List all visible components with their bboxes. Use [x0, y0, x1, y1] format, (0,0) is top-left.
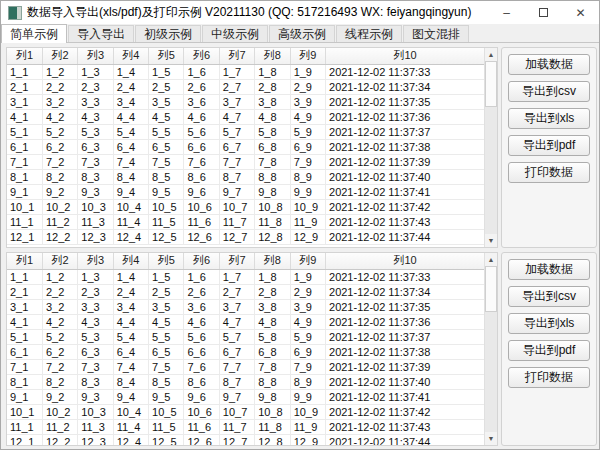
column-header[interactable]: 列7: [219, 48, 254, 64]
table-cell: 4_1: [7, 314, 42, 329]
table-cell: 9_7: [219, 184, 254, 199]
table-cell: 8_6: [184, 374, 219, 389]
scroll-up-icon[interactable]: ▲: [485, 253, 497, 266]
table-row[interactable]: 11_111_211_311_411_511_611_711_811_92021…: [7, 214, 484, 229]
column-header[interactable]: 列8: [255, 48, 290, 64]
export-csv-button[interactable]: 导出到csv: [508, 286, 590, 307]
table-cell: 6_6: [184, 344, 219, 359]
column-header[interactable]: 列8: [255, 253, 290, 269]
column-header[interactable]: 列1: [7, 253, 42, 269]
table-cell: 10_3: [78, 404, 113, 419]
table-cell: 5_8: [255, 124, 290, 139]
table-cell: 9_3: [78, 389, 113, 404]
table-row[interactable]: 10_110_210_310_410_510_610_710_810_92021…: [7, 404, 484, 419]
tab-thread-example[interactable]: 线程示例: [336, 25, 402, 42]
table-cell: 5_2: [42, 124, 77, 139]
table-cell: 6_9: [290, 344, 325, 359]
column-header[interactable]: 列2: [42, 253, 77, 269]
table-cell: 10_6: [184, 199, 219, 214]
table-row[interactable]: 5_15_25_35_45_55_65_75_85_92021-12-02 11…: [7, 124, 484, 139]
scrollbar-track[interactable]: ▲ ▼: [484, 48, 497, 247]
table-cell: 6_6: [184, 139, 219, 154]
table-row[interactable]: 3_13_23_33_43_53_63_73_83_92021-12-02 11…: [7, 299, 484, 314]
tab-simple-example[interactable]: 简单示例: [1, 24, 67, 43]
table-row[interactable]: 7_17_27_37_47_57_67_77_87_92021-12-02 11…: [7, 154, 484, 169]
column-header[interactable]: 列7: [219, 253, 254, 269]
tab-import-export[interactable]: 导入导出: [68, 25, 134, 42]
table-row[interactable]: 3_13_23_33_43_53_63_73_83_92021-12-02 11…: [7, 94, 484, 109]
table-cell: 10_8: [255, 404, 290, 419]
column-header[interactable]: 列3: [78, 253, 113, 269]
load-data-button[interactable]: 加载数据: [508, 54, 590, 75]
load-data-button[interactable]: 加载数据: [508, 259, 590, 280]
table-row[interactable]: 2_12_22_32_42_52_62_72_82_92021-12-02 11…: [7, 284, 484, 299]
table-row[interactable]: 11_111_211_311_411_511_611_711_811_92021…: [7, 419, 484, 434]
table-cell: 5_7: [219, 124, 254, 139]
data-table-bottom[interactable]: 列1列2列3列4列5列6列7列8列9列101_11_21_31_41_51_61…: [6, 252, 498, 446]
tab-basic-example[interactable]: 初级示例: [135, 25, 201, 42]
column-header[interactable]: 列1: [7, 48, 42, 64]
maximize-button[interactable]: [525, 1, 562, 24]
scroll-down-icon[interactable]: ▼: [485, 432, 497, 445]
table-row[interactable]: 8_18_28_38_48_58_68_78_88_92021-12-02 11…: [7, 374, 484, 389]
column-header[interactable]: 列6: [184, 253, 219, 269]
scroll-down-icon[interactable]: ▼: [485, 234, 497, 247]
table-cell: 11_6: [184, 419, 219, 434]
table-cell: 3_2: [42, 299, 77, 314]
table-row[interactable]: 12_112_212_312_412_512_612_712_812_92021…: [7, 434, 484, 446]
column-header[interactable]: 列4: [113, 48, 148, 64]
export-csv-button[interactable]: 导出到csv: [508, 81, 590, 102]
table-cell: 7_5: [149, 359, 184, 374]
scroll-thumb[interactable]: [485, 266, 497, 312]
table-row[interactable]: 8_18_28_38_48_58_68_78_88_92021-12-02 11…: [7, 169, 484, 184]
export-xls-button[interactable]: 导出到xls: [508, 313, 590, 334]
column-header[interactable]: 列10: [326, 48, 484, 64]
scroll-thumb[interactable]: [485, 61, 497, 107]
column-header[interactable]: 列5: [149, 253, 184, 269]
table-cell: 11_7: [219, 214, 254, 229]
table-cell: 2021-12-02 11:37:35: [326, 94, 484, 109]
table-cell: 7_1: [7, 154, 42, 169]
column-header[interactable]: 列4: [113, 253, 148, 269]
print-data-button[interactable]: 打印数据: [508, 367, 590, 388]
table-cell: 2021-12-02 11:37:40: [326, 169, 484, 184]
table-cell: 10_4: [113, 404, 148, 419]
column-header[interactable]: 列6: [184, 48, 219, 64]
scroll-up-icon[interactable]: ▲: [485, 48, 497, 61]
table-row[interactable]: 12_112_212_312_412_512_612_712_812_92021…: [7, 229, 484, 244]
table-row[interactable]: 6_16_26_36_46_56_66_76_86_92021-12-02 11…: [7, 139, 484, 154]
export-xls-button[interactable]: 导出到xls: [508, 108, 590, 129]
table-row[interactable]: 2_12_22_32_42_52_62_72_82_92021-12-02 11…: [7, 79, 484, 94]
table-row[interactable]: 4_14_24_34_44_54_64_74_84_92021-12-02 11…: [7, 314, 484, 329]
column-header[interactable]: 列3: [78, 48, 113, 64]
tab-mixed-text-image[interactable]: 图文混排: [403, 25, 469, 42]
table-cell: 12_6: [184, 434, 219, 446]
tab-advanced-example[interactable]: 高级示例: [269, 25, 335, 42]
tab-intermediate-example[interactable]: 中级示例: [202, 25, 268, 42]
export-pdf-button[interactable]: 导出到pdf: [508, 135, 590, 156]
table-row[interactable]: 1_11_21_31_41_51_61_71_81_92021-12-02 11…: [7, 64, 484, 79]
table-cell: 9_9: [290, 389, 325, 404]
table-row[interactable]: 10_110_210_310_410_510_610_710_810_92021…: [7, 199, 484, 214]
column-header[interactable]: 列5: [149, 48, 184, 64]
print-data-button[interactable]: 打印数据: [508, 162, 590, 183]
table-row[interactable]: 9_19_29_39_49_59_69_79_89_92021-12-02 11…: [7, 389, 484, 404]
scrollbar-track[interactable]: ▲ ▼: [484, 253, 497, 445]
column-header[interactable]: 列2: [42, 48, 77, 64]
table-row[interactable]: 4_14_24_34_44_54_64_74_84_92021-12-02 11…: [7, 109, 484, 124]
minimize-button[interactable]: –: [488, 1, 525, 24]
column-header[interactable]: 列9: [290, 253, 325, 269]
column-header[interactable]: 列9: [290, 48, 325, 64]
table-cell: 6_2: [42, 344, 77, 359]
table-cell: 3_1: [7, 299, 42, 314]
table-row[interactable]: 9_19_29_39_49_59_69_79_89_92021-12-02 11…: [7, 184, 484, 199]
table-cell: 5_6: [184, 124, 219, 139]
table-row[interactable]: 6_16_26_36_46_56_66_76_86_92021-12-02 11…: [7, 344, 484, 359]
column-header[interactable]: 列10: [326, 253, 484, 269]
table-row[interactable]: 5_15_25_35_45_55_65_75_85_92021-12-02 11…: [7, 329, 484, 344]
export-pdf-button[interactable]: 导出到pdf: [508, 340, 590, 361]
table-row[interactable]: 7_17_27_37_47_57_67_77_87_92021-12-02 11…: [7, 359, 484, 374]
close-button[interactable]: ✕: [562, 1, 599, 24]
table-row[interactable]: 1_11_21_31_41_51_61_71_81_92021-12-02 11…: [7, 269, 484, 284]
data-table-top[interactable]: 列1列2列3列4列5列6列7列8列9列101_11_21_31_41_51_61…: [6, 47, 498, 248]
